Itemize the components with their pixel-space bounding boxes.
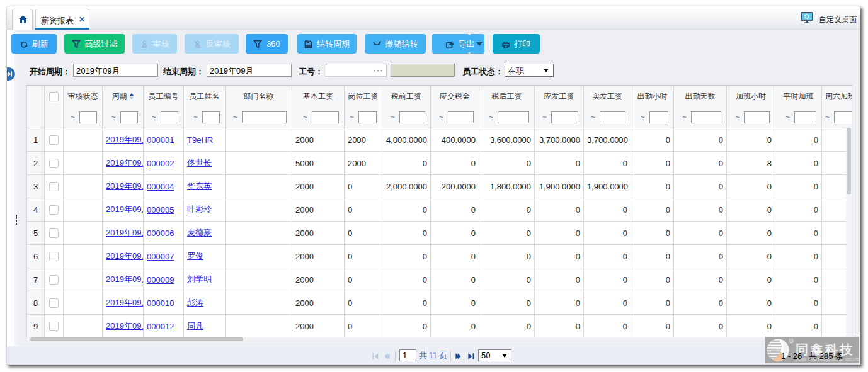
svg-text:R: R xyxy=(791,339,793,343)
